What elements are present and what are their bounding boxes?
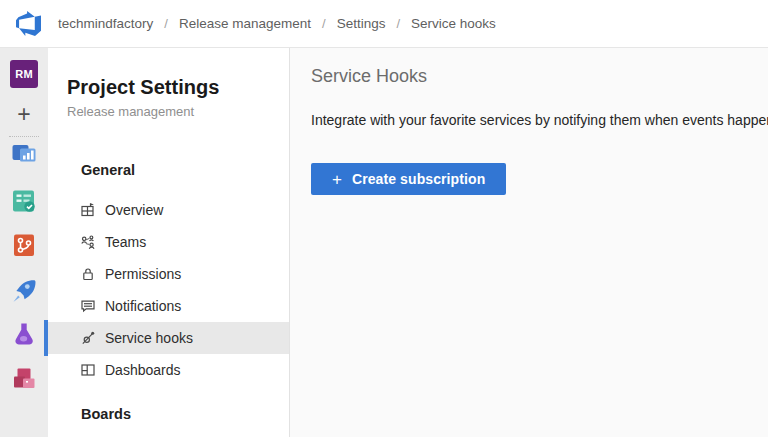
rail-item-summary[interactable] bbox=[10, 139, 38, 167]
comment-icon bbox=[80, 298, 96, 314]
breadcrumb-separator: / bbox=[164, 16, 168, 31]
page-title: Project Settings bbox=[67, 75, 289, 99]
plus-icon: + bbox=[332, 171, 342, 188]
summary-icon bbox=[10, 139, 38, 167]
breadcrumb-item-organization[interactable]: techmindfactory bbox=[58, 16, 153, 31]
top-bar: techmindfactory / Release management / S… bbox=[0, 0, 768, 48]
settings-item-overview[interactable]: Overview bbox=[48, 194, 289, 226]
repos-icon bbox=[10, 231, 38, 259]
settings-item-teams[interactable]: Teams bbox=[48, 226, 289, 258]
section-header-boards: Boards bbox=[48, 398, 289, 430]
rail-divider bbox=[9, 136, 39, 137]
breadcrumb-item-service-hooks[interactable]: Service hooks bbox=[411, 16, 496, 31]
settings-item-dashboards[interactable]: Dashboards bbox=[48, 354, 289, 386]
project-avatar[interactable]: RM bbox=[10, 60, 38, 88]
settings-item-service-hooks[interactable]: Service hooks bbox=[48, 322, 289, 354]
boards-icon bbox=[10, 187, 38, 215]
rail-item-boards[interactable] bbox=[10, 187, 38, 215]
breadcrumb-separator: / bbox=[396, 16, 400, 31]
azure-devops-logo-icon[interactable] bbox=[15, 11, 41, 37]
breadcrumb-item-project[interactable]: Release management bbox=[179, 16, 311, 31]
rail-item-artifacts[interactable] bbox=[10, 364, 38, 392]
section-header-general: General bbox=[48, 154, 289, 186]
artifacts-icon bbox=[10, 364, 38, 392]
rail-item-test-plans[interactable] bbox=[10, 320, 38, 348]
overview-grid-icon bbox=[80, 202, 96, 218]
breadcrumb: techmindfactory / Release management / S… bbox=[58, 16, 496, 31]
content-title: Service Hooks bbox=[311, 63, 768, 89]
rail-item-pipelines[interactable] bbox=[10, 276, 38, 304]
breadcrumb-item-settings[interactable]: Settings bbox=[337, 16, 386, 31]
rail-item-repos[interactable] bbox=[10, 231, 38, 259]
settings-item-label: Dashboards bbox=[105, 362, 181, 378]
settings-item-label: Teams bbox=[105, 234, 146, 250]
project-name-subtitle: Release management bbox=[67, 104, 289, 119]
settings-item-label: Notifications bbox=[105, 298, 181, 314]
plug-icon bbox=[80, 330, 96, 346]
settings-item-label: Permissions bbox=[105, 266, 181, 282]
create-subscription-button[interactable]: + Create subscription bbox=[311, 163, 506, 195]
left-rail: RM + bbox=[0, 48, 48, 437]
pipelines-icon bbox=[10, 276, 38, 304]
add-project-button[interactable]: + bbox=[10, 100, 38, 128]
teams-icon bbox=[80, 234, 96, 250]
test-plans-icon bbox=[10, 320, 38, 348]
settings-item-notifications[interactable]: Notifications bbox=[48, 290, 289, 322]
project-settings-panel: Project Settings Release management Gene… bbox=[48, 48, 290, 437]
create-subscription-label: Create subscription bbox=[352, 171, 485, 187]
lock-icon bbox=[80, 266, 96, 282]
dashboard-grid-icon bbox=[80, 362, 96, 378]
settings-item-label: Service hooks bbox=[105, 330, 193, 346]
settings-nav: General Overview bbox=[48, 154, 289, 430]
breadcrumb-separator: / bbox=[322, 16, 326, 31]
main-content: Service Hooks Integrate with your favori… bbox=[290, 48, 768, 437]
settings-item-permissions[interactable]: Permissions bbox=[48, 258, 289, 290]
content-description: Integrate with your favorite services by… bbox=[311, 111, 768, 129]
settings-item-label: Overview bbox=[105, 202, 163, 218]
